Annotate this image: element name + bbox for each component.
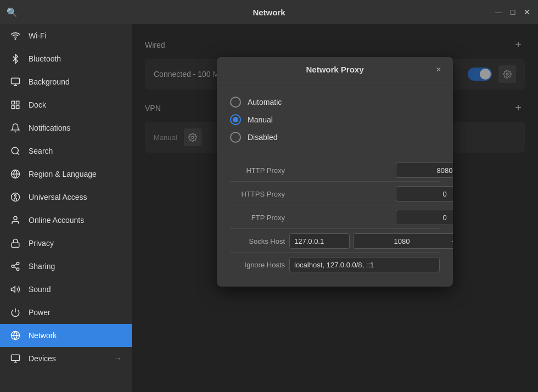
sidebar-item-notifications[interactable]: Notifications (0, 116, 132, 139)
http-proxy-port[interactable] (399, 166, 453, 175)
socks-host-group: − + (289, 233, 453, 249)
network-icon (10, 330, 21, 341)
svg-rect-5 (16, 101, 19, 104)
ignore-hosts-input[interactable] (289, 257, 440, 272)
sidebar-label-network: Network (29, 331, 57, 340)
sidebar-item-universal[interactable]: Universal Access (0, 186, 132, 209)
devices-icon (10, 353, 21, 364)
sidebar-label-dock: Dock (29, 100, 46, 109)
radio-disabled[interactable]: Disabled (230, 128, 440, 146)
dock-icon (10, 99, 21, 110)
background-icon (10, 76, 21, 87)
radio-label-automatic: Automatic (248, 98, 282, 107)
modal-title: Network Proxy (306, 65, 363, 74)
svg-point-13 (15, 195, 16, 197)
svg-point-8 (12, 147, 18, 154)
modal-close-button[interactable]: × (432, 63, 445, 76)
radio-automatic[interactable]: Automatic (230, 93, 440, 111)
sidebar-item-wifi[interactable]: Wi-Fi (0, 24, 132, 47)
sidebar-label-sharing: Sharing (29, 262, 55, 271)
ftp-proxy-label: FTP Proxy (230, 214, 285, 222)
window-title: Network (253, 8, 285, 17)
svg-point-16 (16, 262, 19, 265)
svg-line-19 (14, 267, 16, 268)
ignore-hosts-label: Ignore Hosts (230, 261, 285, 269)
https-proxy-label: HTTPS Proxy (230, 190, 285, 198)
content-area: Wired + Connected - 100 Mb/s VPN (132, 24, 538, 392)
devices-arrow: → (115, 355, 122, 362)
sidebar-item-sound[interactable]: Sound (0, 278, 132, 301)
bluetooth-icon (10, 53, 21, 64)
sidebar-label-accounts: Online Accounts (29, 216, 84, 225)
main-container: Wi-Fi Bluetooth Background (0, 24, 538, 392)
sidebar-item-dock[interactable]: Dock (0, 93, 132, 116)
svg-point-14 (14, 216, 17, 220)
svg-rect-1 (12, 78, 20, 84)
svg-point-18 (16, 268, 19, 271)
radio-inner-manual (233, 117, 238, 122)
sidebar-item-sharing[interactable]: Sharing (0, 255, 132, 278)
search-icon[interactable]: 🔍 (7, 7, 18, 18)
proxy-fields: HTTP Proxy − + (230, 159, 440, 276)
ftp-proxy-row: FTP Proxy − + (230, 206, 440, 229)
svg-marker-21 (12, 287, 15, 293)
sidebar-item-accounts[interactable]: Online Accounts (0, 209, 132, 232)
universal-icon (10, 192, 21, 203)
sidebar-item-privacy[interactable]: Privacy (0, 232, 132, 255)
socks-port-decrement[interactable]: − (450, 237, 453, 245)
https-proxy-row: HTTPS Proxy − + (230, 183, 440, 205)
sidebar-item-devices[interactable]: Devices → (0, 347, 132, 370)
maximize-button[interactable]: □ (508, 8, 517, 16)
modal-body: Automatic Manual Disabled (217, 82, 453, 287)
network-proxy-modal: Network Proxy × Automatic (217, 57, 453, 287)
radio-circle-manual (230, 114, 241, 125)
privacy-icon (10, 238, 21, 249)
svg-line-20 (14, 264, 16, 266)
svg-rect-4 (12, 101, 14, 104)
proxy-mode-radio-group: Automatic Manual Disabled (230, 93, 440, 146)
http-proxy-label: HTTP Proxy (230, 166, 285, 175)
sidebar-item-network[interactable]: Network (0, 324, 132, 347)
window-controls: — □ ✕ (494, 8, 531, 16)
ignore-hosts-row: Ignore Hosts (230, 254, 440, 276)
radio-manual[interactable]: Manual (230, 111, 440, 128)
sidebar-label-devices: Devices (29, 354, 56, 363)
svg-rect-15 (12, 243, 19, 247)
sidebar-item-background[interactable]: Background (0, 70, 132, 93)
socks-host-input[interactable] (289, 233, 350, 249)
svg-line-9 (17, 153, 19, 154)
svg-rect-25 (12, 355, 20, 361)
socks-port-stepper: − + (450, 237, 453, 245)
radio-label-disabled: Disabled (248, 133, 277, 142)
svg-point-17 (12, 265, 14, 268)
accounts-icon (10, 215, 21, 226)
sidebar-label-universal: Universal Access (29, 193, 87, 201)
radio-circle-disabled (230, 132, 241, 143)
svg-rect-7 (16, 106, 19, 109)
socks-host-row: Socks Host − + (230, 230, 440, 253)
minimize-button[interactable]: — (494, 8, 503, 16)
sidebar-label-notifications: Notifications (29, 124, 70, 132)
socks-port-group: − + (353, 233, 453, 249)
search-sidebar-icon (10, 145, 21, 156)
svg-point-0 (15, 38, 16, 40)
sidebar-item-bluetooth[interactable]: Bluetooth (0, 47, 132, 70)
sidebar-item-search[interactable]: Search (0, 139, 132, 163)
sidebar-label-power: Power (29, 308, 51, 317)
http-proxy-row: HTTP Proxy − + (230, 159, 440, 182)
sidebar-item-region[interactable]: Region & Language (0, 163, 132, 186)
sidebar-item-power[interactable]: Power (0, 301, 132, 324)
sharing-icon (10, 261, 21, 272)
close-button[interactable]: ✕ (523, 8, 531, 16)
https-proxy-port[interactable] (399, 190, 453, 198)
sidebar-label-region: Region & Language (29, 170, 97, 178)
titlebar: 🔍 Network — □ ✕ (0, 0, 538, 24)
power-icon (10, 307, 21, 318)
https-proxy-number-group: − + (396, 186, 453, 201)
sidebar: Wi-Fi Bluetooth Background (0, 24, 132, 392)
socks-port-input[interactable] (356, 237, 448, 245)
modal-header: Network Proxy × (217, 57, 453, 82)
svg-rect-6 (12, 106, 14, 109)
radio-circle-automatic (230, 97, 241, 108)
ftp-proxy-port[interactable] (399, 214, 453, 222)
